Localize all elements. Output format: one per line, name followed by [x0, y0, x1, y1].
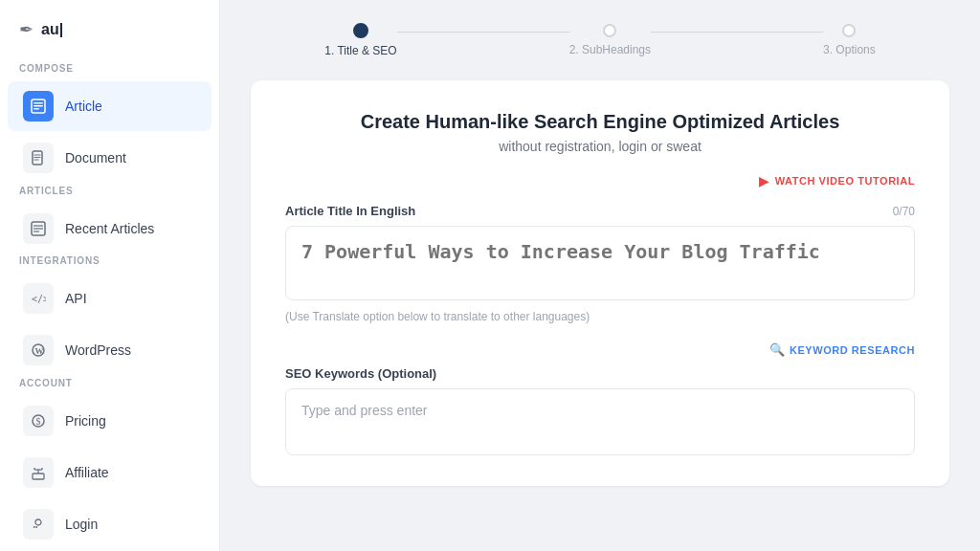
- wordpress-icon: W: [23, 335, 54, 365]
- article-icon: [23, 91, 54, 121]
- stepper: 1. Title & SEO 2. SubHeadings 3. Options: [251, 23, 949, 57]
- api-icon: </>: [23, 283, 54, 314]
- svg-text:W: W: [35, 346, 44, 356]
- step-1-circle: [353, 23, 368, 38]
- article-title-label: Article Title In English: [285, 204, 415, 218]
- sidebar: ✒ au| COMPOSE Article Document ARTICLES …: [0, 0, 220, 551]
- sidebar-item-recent-articles[interactable]: Recent Articles: [8, 204, 212, 253]
- card-title: Create Human-like Search Engine Optimize…: [285, 111, 915, 133]
- affiliate-icon: [23, 457, 54, 488]
- seo-placeholder: Type and press enter: [301, 403, 428, 418]
- sidebar-item-wordpress[interactable]: W WordPress: [8, 325, 212, 375]
- article-title-input[interactable]: [285, 226, 915, 300]
- recent-articles-icon: [23, 213, 54, 244]
- step-3-label: 3. Options: [823, 43, 876, 56]
- step-3: 3. Options: [823, 24, 876, 56]
- document-icon: [23, 143, 54, 173]
- seo-keywords-input[interactable]: Type and press enter: [285, 388, 915, 455]
- title-hint: (Use Translate option below to translate…: [285, 310, 915, 323]
- logo-icon: ✒: [19, 19, 33, 40]
- step-2: 2. SubHeadings: [569, 24, 651, 56]
- svg-point-22: [35, 519, 41, 525]
- svg-rect-1: [33, 102, 43, 104]
- video-tutorial-link[interactable]: ▶ WATCH VIDEO TUTORIAL: [285, 173, 915, 188]
- article-title-header: Article Title In English 0/70: [285, 204, 915, 218]
- section-label-articles: ARTICLES: [0, 186, 219, 204]
- sidebar-item-pricing[interactable]: $ Pricing: [8, 396, 212, 446]
- section-label-account: ACCOUNT: [0, 378, 219, 396]
- recent-articles-label: Recent Articles: [65, 221, 154, 236]
- stepper-line-2: [651, 32, 823, 33]
- video-tutorial-text: WATCH VIDEO TUTORIAL: [775, 175, 915, 187]
- pricing-icon: $: [23, 406, 54, 436]
- login-icon: [23, 509, 54, 540]
- svg-rect-2: [33, 105, 43, 107]
- step-3-circle: [842, 24, 856, 37]
- step-1: 1. Title & SEO: [324, 23, 396, 57]
- article-title-count: 0/70: [893, 205, 915, 218]
- logo: ✒ au|: [0, 19, 219, 63]
- article-label: Article: [65, 99, 102, 114]
- login-label: Login: [65, 517, 98, 532]
- svg-point-24: [34, 526, 36, 528]
- step-2-label: 2. SubHeadings: [569, 43, 651, 56]
- sidebar-item-article[interactable]: Article: [8, 81, 212, 131]
- logo-text: au|: [41, 21, 63, 38]
- svg-rect-3: [33, 108, 39, 110]
- seo-label: SEO Keywords (Optional): [285, 366, 915, 381]
- wordpress-label: WordPress: [65, 342, 131, 358]
- svg-text:$: $: [36, 416, 41, 427]
- sidebar-item-document[interactable]: Document: [8, 133, 212, 183]
- sidebar-item-login[interactable]: Login: [8, 499, 212, 549]
- youtube-icon: ▶: [759, 173, 769, 188]
- sidebar-item-api[interactable]: </> API: [8, 274, 212, 323]
- main-content: 1. Title & SEO 2. SubHeadings 3. Options…: [220, 0, 980, 551]
- search-icon: 🔍: [769, 342, 785, 357]
- section-label-compose: COMPOSE: [0, 63, 219, 81]
- keyword-research-text: KEYWORD RESEARCH: [790, 344, 915, 356]
- card-subtitle: without registration, login or sweat: [285, 139, 915, 154]
- svg-text:</>: </>: [32, 294, 46, 304]
- main-card: Create Human-like Search Engine Optimize…: [251, 80, 949, 486]
- sidebar-item-affiliate[interactable]: Affiliate: [8, 448, 212, 497]
- step-2-circle: [603, 24, 616, 37]
- stepper-line-1: [397, 32, 569, 33]
- pricing-label: Pricing: [65, 413, 106, 429]
- affiliate-label: Affiliate: [65, 465, 109, 480]
- section-label-integrations: INTEGRATIONS: [0, 255, 219, 274]
- document-label: Document: [65, 150, 126, 165]
- step-1-label: 1. Title & SEO: [324, 44, 396, 57]
- svg-rect-17: [33, 474, 44, 479]
- api-label: API: [65, 291, 87, 306]
- keyword-research-link[interactable]: 🔍 KEYWORD RESEARCH: [285, 342, 915, 357]
